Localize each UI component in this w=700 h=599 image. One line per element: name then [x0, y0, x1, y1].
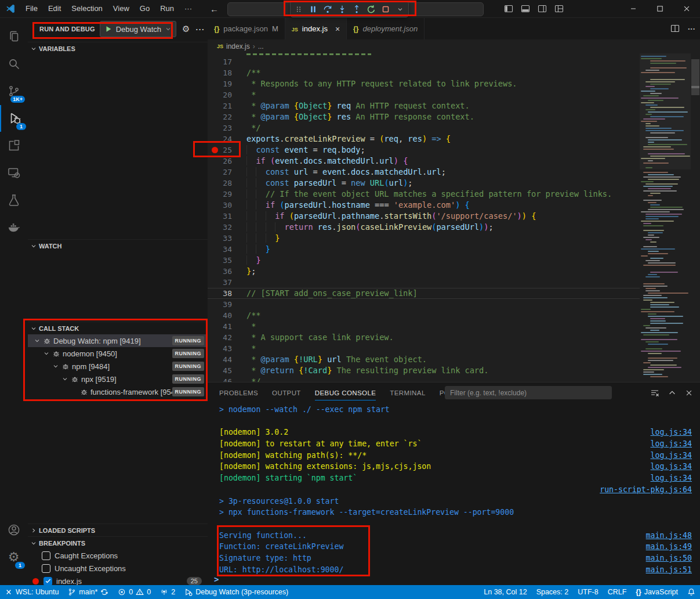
- code-line-43[interactable]: 43 *: [208, 343, 640, 354]
- clear-console-icon[interactable]: [650, 388, 659, 398]
- code-line-38[interactable]: 38 // [START add_ons_case_preview_link]: [208, 288, 640, 299]
- maximize-button[interactable]: [647, 0, 673, 17]
- statusbar-problems-status[interactable]: 00: [113, 585, 155, 599]
- code-line-28[interactable]: 28 const parsedUrl = new URL(url);: [208, 178, 640, 189]
- gutter[interactable]: 36: [208, 266, 246, 277]
- tab-index.js[interactable]: JS index.js ×: [285, 17, 347, 39]
- gutter[interactable]: 33: [208, 233, 246, 244]
- code-line-27[interactable]: 27 const url = event.docs.matchedUrl.url…: [208, 167, 640, 178]
- source-link[interactable]: run-script-pkg.js:64: [600, 484, 692, 496]
- go-back-icon[interactable]: ←: [210, 4, 219, 14]
- gutter[interactable]: 18: [208, 67, 246, 78]
- activity-explorer[interactable]: [0, 23, 27, 50]
- statusbar-cursor-position[interactable]: Ln 38, Col 12: [479, 585, 531, 599]
- menu-Edit[interactable]: Edit: [43, 0, 66, 17]
- close-button[interactable]: [673, 0, 700, 17]
- statusbar-language-mode[interactable]: {}JavaScript: [631, 585, 683, 599]
- section-watch[interactable]: WATCH: [28, 239, 208, 252]
- activity-settings[interactable]: ⚙ 1: [0, 544, 27, 571]
- gutter[interactable]: 27: [208, 167, 246, 178]
- panel-tab-output[interactable]: OUTPUT: [272, 383, 301, 403]
- gutter[interactable]: 34: [208, 244, 246, 255]
- gutter[interactable]: 45: [208, 365, 246, 376]
- activity-extensions[interactable]: [0, 132, 27, 159]
- code-line-30[interactable]: 30 if (parsedUrl.hostname === 'example.c…: [208, 200, 640, 211]
- source-link[interactable]: log.js:34: [651, 450, 692, 461]
- call-stack-session[interactable]: nodemon [9450] RUNNING: [28, 347, 208, 360]
- minimize-button[interactable]: [620, 0, 647, 17]
- gutter[interactable]: 43: [208, 343, 246, 354]
- gutter[interactable]: 31: [208, 211, 246, 222]
- activity-run-and-debug[interactable]: 1: [0, 105, 28, 132]
- breakpoint-checkbox[interactable]: [42, 564, 50, 573]
- gutter[interactable]: 39: [208, 299, 246, 310]
- tab-package.json[interactable]: {} package.json M: [208, 17, 285, 39]
- gutter[interactable]: 35: [208, 255, 246, 266]
- gutter[interactable]: 23: [208, 122, 246, 133]
- sidebar-more-actions-icon[interactable]: ···: [195, 25, 205, 34]
- toolbar-grip-handle[interactable]: [293, 3, 304, 15]
- gutter[interactable]: 38: [208, 288, 246, 299]
- launch-config-dropdown[interactable]: Debug Watch: [100, 21, 176, 37]
- code-line-25[interactable]: 25 const event = req.body;: [208, 145, 640, 156]
- statusbar-remote-indicator[interactable]: WSL: Ubuntu: [0, 585, 63, 599]
- statusbar-notifications[interactable]: [683, 585, 700, 599]
- code-line-39[interactable]: 39: [208, 299, 640, 310]
- code-line-24[interactable]: 24 exports.createLinkPreview = (req, res…: [208, 133, 640, 145]
- breakpoint-dot-icon[interactable]: [212, 147, 218, 153]
- menu-Run[interactable]: Run: [155, 0, 179, 17]
- panel-tab-debug-console[interactable]: DEBUG CONSOLE: [315, 383, 376, 403]
- gutter[interactable]: 32: [208, 222, 246, 233]
- menu-more[interactable]: ···: [179, 0, 197, 17]
- close-tab-icon[interactable]: ×: [335, 25, 340, 33]
- editor-scrollbar[interactable]: [691, 53, 700, 382]
- gutter[interactable]: 40: [208, 310, 246, 321]
- breakpoint-row[interactable]: Caught Exceptions: [28, 549, 208, 562]
- gutter[interactable]: 41: [208, 321, 246, 332]
- gutter[interactable]: 25: [208, 145, 246, 156]
- debug-console-prompt[interactable]: >: [214, 575, 219, 585]
- code-line-44[interactable]: 44 * @param {!URL} url The event object.: [208, 354, 640, 365]
- code-line-21[interactable]: 21 * @param {Object} req An HTTP request…: [208, 100, 640, 111]
- gutter[interactable]: 22: [208, 111, 246, 122]
- gutter[interactable]: 20: [208, 89, 246, 100]
- code-line-46[interactable]: 46 */: [208, 376, 640, 382]
- debug-settings-gear-icon[interactable]: ⚙: [182, 24, 190, 34]
- source-link[interactable]: main.js:51: [646, 564, 692, 576]
- code-line-20[interactable]: 20 *: [208, 89, 640, 100]
- stop-button[interactable]: [380, 3, 391, 15]
- code-line-32[interactable]: 32 return res.json(caseLinkPreview(parse…: [208, 222, 640, 233]
- tab-deployment.json[interactable]: {} deployment.json: [347, 17, 425, 39]
- toggle-secondary-sidebar-icon[interactable]: [538, 4, 547, 13]
- call-stack-session[interactable]: npm [9484] RUNNING: [28, 360, 208, 373]
- code-line-22[interactable]: 22 * @param {Object} res An HTTP respons…: [208, 111, 640, 122]
- section-call-stack[interactable]: CALL STACK: [28, 322, 208, 335]
- statusbar-eol[interactable]: CRLF: [603, 585, 632, 599]
- gutter[interactable]: 19: [208, 78, 246, 89]
- gutter[interactable]: 17: [208, 56, 246, 67]
- step-out-button[interactable]: [351, 3, 362, 15]
- gutter[interactable]: 37: [208, 277, 246, 288]
- source-link[interactable]: log.js:34: [651, 427, 692, 438]
- statusbar-encoding[interactable]: UTF-8: [573, 585, 603, 599]
- code-line-33[interactable]: 33 }: [208, 233, 640, 244]
- activity-docker[interactable]: [0, 214, 27, 241]
- gutter[interactable]: 21: [208, 100, 246, 111]
- source-link[interactable]: log.js:34: [651, 472, 692, 484]
- code-line-35[interactable]: 35 }: [208, 255, 640, 266]
- section-variables[interactable]: VARIABLES: [28, 42, 208, 55]
- code-line-45[interactable]: 45 * @return {!Card} The resulting previ…: [208, 365, 640, 376]
- breakpoint-checkbox[interactable]: [42, 551, 50, 560]
- menu-Selection[interactable]: Selection: [66, 0, 107, 17]
- statusbar-indentation[interactable]: Spaces: 2: [532, 585, 574, 599]
- breakpoint-row[interactable]: Uncaught Exceptions: [28, 562, 208, 575]
- code-line-18[interactable]: 18 /**: [208, 67, 640, 78]
- close-panel-icon[interactable]: [685, 389, 693, 397]
- menu-Go[interactable]: Go: [135, 0, 155, 17]
- section-breakpoints[interactable]: BREAKPOINTS: [28, 536, 208, 550]
- code-line-29[interactable]: 29 // If the event object URL matches a …: [208, 189, 640, 200]
- step-over-button[interactable]: [322, 3, 333, 15]
- chevron-down-button[interactable]: [395, 3, 405, 15]
- activity-source-control[interactable]: 1K+: [0, 78, 27, 104]
- code-line-17[interactable]: 17: [208, 56, 640, 67]
